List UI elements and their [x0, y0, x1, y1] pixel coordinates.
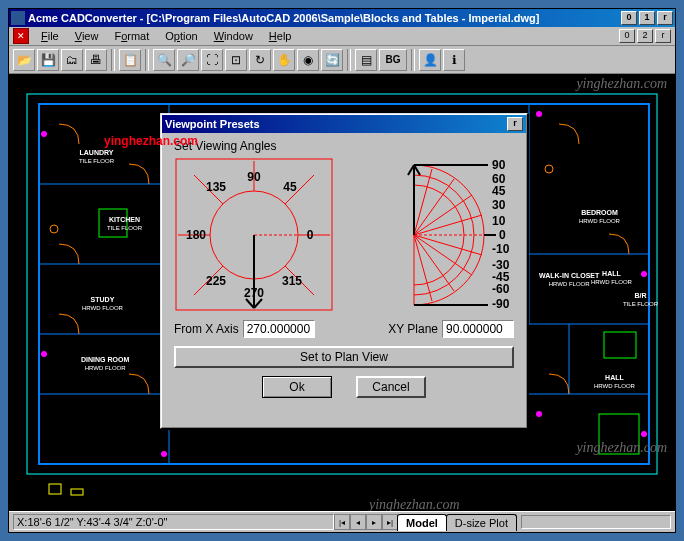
svg-text:45: 45	[492, 184, 506, 198]
room-laundry: LAUNDRYTILE FLOOR	[79, 149, 114, 165]
menu-format[interactable]: Format	[106, 28, 157, 44]
help-button[interactable]: 👤	[419, 49, 441, 71]
svg-text:-90: -90	[492, 297, 510, 311]
svg-line-40	[254, 299, 262, 308]
svg-point-14	[41, 131, 47, 137]
svg-text:225: 225	[206, 274, 226, 288]
svg-text:180: 180	[186, 228, 206, 242]
statusbar: X:18'-6 1/2" Y:43'-4 3/4" Z:0'-0" |◂ ◂ ▸…	[9, 511, 675, 532]
menubar: ✕ File View Format Option Window Help 0 …	[9, 27, 675, 46]
close-button[interactable]: r	[657, 11, 673, 25]
menu-window[interactable]: Window	[206, 28, 261, 44]
separator	[111, 49, 115, 71]
svg-text:-10: -10	[492, 242, 510, 256]
svg-point-20	[641, 431, 647, 437]
xy-plane-input[interactable]	[442, 320, 514, 338]
tab-first-button[interactable]: |◂	[334, 514, 350, 530]
toolbar: 📂 💾 🗂 🖶 📋 🔍 🔎 ⛶ ⊡ ↻ ✋ ◉ 🔄 ▤ BG 👤 ℹ	[9, 46, 675, 74]
svg-rect-23	[604, 332, 636, 358]
xy-plane-label: XY Plane	[388, 322, 438, 336]
svg-text:0: 0	[499, 228, 506, 242]
zoom-dynamic-button[interactable]: ↻	[249, 49, 271, 71]
svg-text:270: 270	[244, 286, 264, 300]
tab-next-button[interactable]: ▸	[366, 514, 382, 530]
from-x-axis-input[interactable]	[243, 320, 315, 338]
mdi-minimize-button[interactable]: 0	[619, 29, 635, 43]
room-dining: DINING ROOMHRWD FLOOR	[81, 356, 129, 372]
minimize-button[interactable]: 0	[621, 11, 637, 25]
separator	[347, 49, 351, 71]
menu-option[interactable]: Option	[157, 28, 205, 44]
layers-button[interactable]: ▤	[355, 49, 377, 71]
svg-rect-26	[71, 489, 83, 495]
svg-text:45: 45	[283, 180, 297, 194]
dialog-close-button[interactable]: r	[507, 117, 523, 131]
tab-last-button[interactable]: ▸|	[382, 514, 398, 530]
watermark-red: yinghezhan.com	[104, 134, 198, 148]
mdi-restore-button[interactable]: 2	[637, 29, 653, 43]
coordinates-readout: X:18'-6 1/2" Y:43'-4 3/4" Z:0'-0"	[13, 514, 334, 530]
maximize-button[interactable]: 1	[639, 11, 655, 25]
svg-point-16	[41, 351, 47, 357]
room-hall: HALLHRWD FLOOR	[591, 270, 632, 286]
pan-button[interactable]: ✋	[273, 49, 295, 71]
separator	[411, 49, 415, 71]
about-button[interactable]: ℹ	[443, 49, 465, 71]
svg-point-19	[536, 411, 542, 417]
view-3d-button[interactable]: ◉	[297, 49, 319, 71]
room-kitchen: KITCHENTILE FLOOR	[107, 216, 142, 232]
zoom-extents-button[interactable]: ⊡	[225, 49, 247, 71]
room-hall2: HALLHRWD FLOOR	[594, 374, 635, 390]
menu-view[interactable]: View	[67, 28, 107, 44]
ok-button[interactable]: Ok	[262, 376, 332, 398]
set-viewing-angles-label: Set Viewing Angles	[174, 139, 514, 153]
room-study: STUDYHRWD FLOOR	[82, 296, 123, 312]
window-title: Acme CADConverter - [C:\Program Files\Au…	[28, 12, 621, 24]
mdi-close-button[interactable]: r	[655, 29, 671, 43]
print-button[interactable]: 🖶	[85, 49, 107, 71]
zoom-out-button[interactable]: 🔎	[177, 49, 199, 71]
background-button[interactable]: BG	[379, 49, 407, 71]
tab-prev-button[interactable]: ◂	[350, 514, 366, 530]
open-button[interactable]: 📂	[13, 49, 35, 71]
mdi-window-buttons: 0 2 r	[619, 29, 671, 43]
svg-point-21	[161, 451, 167, 457]
svg-line-39	[246, 299, 254, 308]
room-bedroom: BEDROOMHRWD FLOOR	[579, 209, 620, 225]
menu-file[interactable]: File	[33, 28, 67, 44]
save-button[interactable]: 💾	[37, 49, 59, 71]
svg-text:-60: -60	[492, 282, 510, 296]
doc-icon[interactable]: ✕	[13, 28, 29, 44]
set-to-plan-view-button[interactable]: Set to Plan View	[174, 346, 514, 368]
svg-rect-25	[49, 484, 61, 494]
room-br: B/RTILE FLOOR	[623, 292, 658, 308]
svg-rect-24	[599, 414, 639, 454]
menu-help[interactable]: Help	[261, 28, 300, 44]
status-pane	[521, 515, 671, 529]
svg-point-17	[536, 111, 542, 117]
zoom-in-button[interactable]: 🔍	[153, 49, 175, 71]
tab-dsize-plot[interactable]: D-size Plot	[446, 514, 517, 531]
zoom-window-button[interactable]: ⛶	[201, 49, 223, 71]
titlebar: Acme CADConverter - [C:\Program Files\Au…	[9, 9, 675, 27]
svg-point-18	[641, 271, 647, 277]
viewpoint-presets-dialog: Viewpoint Presets r Set Viewing Angles	[160, 113, 528, 429]
elevation-dial[interactable]: 90 60 45 30 10 0 -10 -30 -45 -60 -90	[354, 157, 514, 312]
layout-tabs: |◂ ◂ ▸ ▸| Model D-size Plot	[334, 514, 517, 531]
svg-point-13	[545, 165, 553, 173]
azimuth-dial[interactable]: 90 45 0 315 270 225 180 135	[174, 157, 334, 312]
redraw-button[interactable]: 🔄	[321, 49, 343, 71]
svg-text:90: 90	[492, 158, 506, 172]
tab-model[interactable]: Model	[397, 514, 447, 531]
svg-point-12	[50, 225, 58, 233]
batch-button[interactable]: 🗂	[61, 49, 83, 71]
svg-text:315: 315	[282, 274, 302, 288]
cancel-button[interactable]: Cancel	[356, 376, 426, 398]
svg-text:0: 0	[307, 228, 314, 242]
svg-text:90: 90	[247, 170, 261, 184]
copy-button[interactable]: 📋	[119, 49, 141, 71]
dialog-titlebar: Viewpoint Presets r	[162, 115, 526, 133]
app-icon	[11, 11, 25, 25]
svg-text:10: 10	[492, 214, 506, 228]
svg-text:30: 30	[492, 198, 506, 212]
